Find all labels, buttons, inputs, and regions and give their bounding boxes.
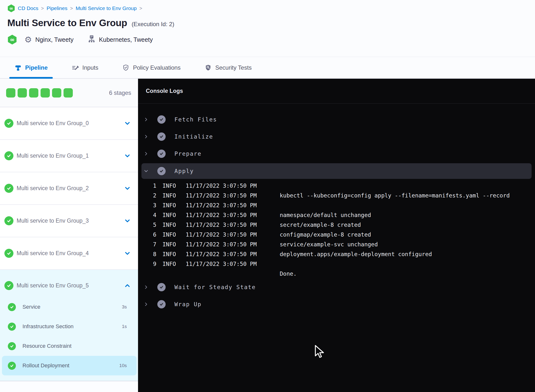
log-line-number: 3 — [138, 200, 156, 210]
log-level: INFO — [162, 181, 180, 191]
log-message: secret/example-8 created — [280, 220, 361, 230]
step-row-service[interactable]: Service 3s — [2, 297, 137, 317]
log-line-number: 6 — [138, 230, 156, 240]
chevron-down-icon[interactable] — [144, 169, 149, 174]
chevron-down-icon[interactable] — [124, 152, 131, 159]
console-panel: Console Logs Fetch Files Initialize Prep… — [138, 79, 535, 392]
stages-sidebar: 6 stages Multi service to Env Group_0 Mu… — [0, 79, 138, 392]
console-section-label: Apply — [174, 168, 194, 174]
log-line: 6 INFO 11/17/2022 3:07:50 PM configmap/e… — [138, 230, 535, 240]
log-message: deployment.apps/example-deployment confi… — [280, 249, 432, 259]
step-success-badge-icon — [157, 132, 166, 141]
step-row-rollout-deployment[interactable]: Rollout Deployment 10s — [2, 356, 137, 375]
stage-label: Multi service to Env Group_4 — [17, 250, 89, 257]
stage-label: Multi service to Env Group_5 — [17, 282, 89, 289]
log-line-number — [138, 269, 156, 279]
step-row-resource-constraint[interactable]: Resource Constraint — [2, 336, 137, 356]
chevron-down-icon[interactable] — [124, 218, 131, 224]
step-label: Service — [22, 304, 40, 310]
success-check-icon — [4, 249, 13, 258]
breadcrumb-separator: > — [70, 6, 73, 11]
tab-inputs[interactable]: Inputs — [66, 57, 103, 78]
stage-label: Multi service to Env Group_3 — [17, 218, 89, 224]
log-message: configmap/example-8 created — [280, 230, 371, 240]
step-label: Resource Constraint — [22, 343, 72, 349]
log-timestamp — [186, 269, 274, 279]
sidebar-filler — [0, 381, 138, 392]
chevron-right-icon[interactable] — [144, 285, 149, 290]
step-success-badge-icon — [157, 300, 166, 308]
log-message: Done. — [280, 269, 297, 279]
success-check-icon — [4, 216, 13, 225]
console-section-label: Initialize — [174, 133, 213, 140]
console-title: Console Logs — [146, 88, 183, 94]
stage-row[interactable]: Multi service to Env Group_3 — [0, 205, 138, 237]
log-line: 5 INFO 11/17/2022 3:07:50 PM secret/exam… — [138, 220, 535, 230]
tab-label: Security Tests — [215, 64, 252, 71]
chevron-up-icon[interactable] — [124, 282, 131, 289]
log-level: INFO — [162, 240, 180, 249]
tab-policy-evaluations[interactable]: Policy Evaluations — [117, 57, 186, 78]
console-section-wrap-up[interactable]: Wrap Up — [138, 296, 535, 313]
chevron-right-icon[interactable] — [144, 134, 149, 139]
breadcrumb-separator: > — [139, 6, 142, 11]
log-level: INFO — [162, 230, 180, 240]
breadcrumb-link-pipelines[interactable]: Pipelines — [47, 5, 67, 11]
success-check-icon — [8, 362, 16, 370]
execution-id: (Execution Id: 2) — [132, 21, 174, 28]
stage-count-label: 6 stages — [109, 89, 131, 96]
chevron-down-icon[interactable] — [124, 250, 131, 257]
page-header: ∞ CD Docs > Pipelines > Multi Service to… — [0, 0, 535, 57]
console-header: Console Logs — [138, 79, 535, 104]
chevron-right-icon[interactable] — [144, 302, 149, 307]
step-duration: 3s — [122, 304, 127, 310]
step-success-badge-icon — [157, 150, 166, 158]
stage-success-square — [52, 88, 61, 98]
log-line: 3 INFO 11/17/2022 3:07:50 PM — [138, 200, 535, 210]
console-steps: Fetch Files Initialize Prepare Apply — [138, 104, 535, 313]
step-success-badge-icon — [157, 167, 166, 175]
console-section-fetch-files[interactable]: Fetch Files — [138, 111, 535, 128]
chevron-down-icon[interactable] — [124, 185, 131, 192]
inputs-icon — [72, 64, 79, 71]
stage-success-square — [18, 88, 27, 98]
services-row: ∞ ⚙ Nginx, Tweety Kubernetes, Tweety — [7, 35, 535, 44]
success-check-icon — [4, 151, 13, 160]
console-section-apply[interactable]: Apply — [141, 163, 532, 179]
console-section-label: Prepare — [174, 151, 202, 157]
step-row-infrastructure[interactable]: Infrastructure Section 1s — [2, 317, 137, 336]
success-check-icon — [8, 323, 16, 331]
tab-pipeline[interactable]: Pipeline — [9, 57, 53, 78]
log-line-number: 7 — [138, 240, 156, 249]
success-check-icon — [8, 303, 16, 311]
stages-summary: 6 stages — [0, 79, 138, 107]
log-timestamp: 11/17/2022 3:07:50 PM — [186, 181, 274, 191]
stage-row[interactable]: Multi service to Env Group_2 — [0, 172, 138, 205]
log-line-number: 9 — [138, 259, 156, 269]
breadcrumb-link-pipeline-name[interactable]: Multi Service to Env Group — [76, 5, 137, 11]
tab-security-tests[interactable]: Security Tests — [199, 57, 257, 78]
cd-module-icon: ∞ — [7, 4, 15, 12]
stage-row[interactable]: Multi service to Env Group_4 — [0, 237, 138, 270]
chevron-down-icon[interactable] — [124, 120, 131, 127]
log-line: 7 INFO 11/17/2022 3:07:50 PM service/exa… — [138, 240, 535, 249]
log-timestamp: 11/17/2022 3:07:50 PM — [186, 240, 274, 249]
log-level: INFO — [162, 200, 180, 210]
chevron-right-icon[interactable] — [144, 117, 149, 122]
stage-row-expanded[interactable]: Multi service to Env Group_5 — [0, 274, 138, 297]
stage-row[interactable]: Multi service to Env Group_0 — [0, 107, 138, 140]
policy-shield-check-icon — [122, 64, 129, 71]
step-label: Infrastructure Section — [22, 323, 74, 330]
log-message: service/example-svc unchanged — [280, 240, 378, 249]
log-level: INFO — [162, 191, 180, 200]
log-line: Done. — [138, 269, 535, 279]
log-level — [162, 269, 180, 279]
chevron-right-icon[interactable] — [144, 151, 149, 156]
stage-row[interactable]: Multi service to Env Group_1 — [0, 140, 138, 172]
console-section-prepare[interactable]: Prepare — [138, 145, 535, 162]
console-section-initialize[interactable]: Initialize — [138, 128, 535, 145]
console-section-wait-for-steady-state[interactable]: Wait for Steady State — [138, 279, 535, 296]
expanded-stage-group: Multi service to Env Group_5 Service 3s … — [0, 270, 138, 381]
stage-label: Multi service to Env Group_1 — [17, 152, 89, 159]
breadcrumb-link-project[interactable]: CD Docs — [18, 5, 38, 11]
